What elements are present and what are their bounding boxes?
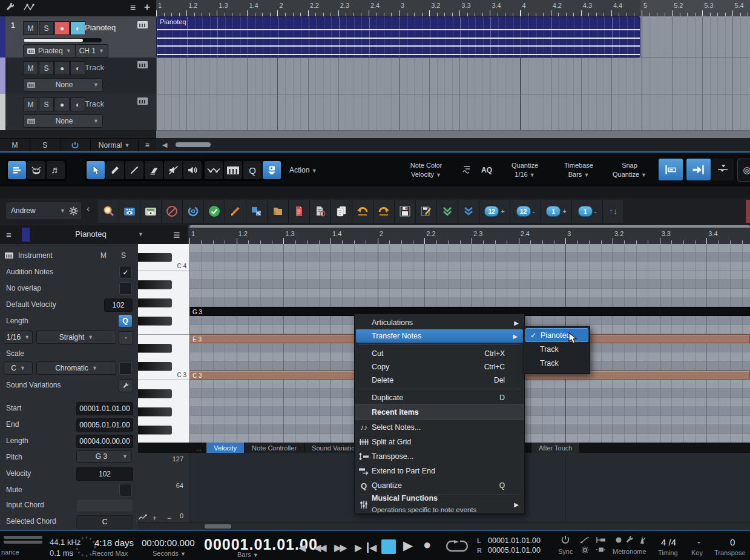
pitch-dropdown[interactable]: G 3▼	[76, 450, 132, 463]
show-events-icon[interactable]	[119, 200, 140, 223]
end-field[interactable]: 00005.01.01.00	[76, 418, 133, 432]
piano-key-black[interactable]	[138, 362, 172, 371]
piano-key-black[interactable]	[138, 280, 172, 289]
instrument-editor-icon[interactable]	[137, 21, 148, 28]
global-solo-button[interactable]: S	[30, 139, 61, 152]
zoom-in-icon[interactable]: +	[153, 514, 157, 522]
metronome-icon[interactable]	[638, 536, 646, 544]
velocity-curve-icon[interactable]	[205, 161, 223, 179]
aq-button[interactable]: AQ	[481, 166, 492, 174]
quantize-dropdown[interactable]: Quantize 1/16 ▼	[505, 161, 544, 180]
collapse-chevrons-icon[interactable]	[458, 200, 479, 223]
swing-dropdown[interactable]: Straight▼	[36, 331, 116, 344]
paint-quantize-button[interactable]	[263, 161, 281, 179]
automation-curve-icon[interactable]	[23, 2, 36, 12]
instrument-select[interactable]: Piaoteq▼	[23, 44, 76, 58]
play-button[interactable]: ▶	[403, 538, 413, 553]
transpose-value[interactable]: 0	[730, 537, 735, 547]
mute-tool-button[interactable]	[164, 161, 182, 179]
arrange-hscroll[interactable]: ◀	[156, 138, 750, 151]
loop-start-value[interactable]: 00001.01.01.00	[488, 536, 541, 545]
editor-hscroll-thumb[interactable]	[205, 524, 231, 529]
secondary-time[interactable]: 00:00:00.000	[142, 538, 195, 548]
click-dot-icon[interactable]	[615, 536, 622, 544]
audition-notes-checkbox[interactable]: ✓	[119, 266, 132, 278]
part-select-arrow[interactable]: ▼	[138, 231, 143, 237]
zoom-out-icon[interactable]: −	[167, 514, 171, 522]
action-dropdown[interactable]: Action ▼	[289, 166, 317, 174]
inspector-solo[interactable]: S	[121, 251, 126, 260]
redo-icon[interactable]	[373, 200, 395, 223]
loop-end-value[interactable]: 00005.01.01.00	[488, 546, 541, 555]
record-arm-button[interactable]: ●	[54, 61, 70, 75]
menu-item-duplicate[interactable]: DuplicateD	[355, 391, 524, 404]
vertical-zoom-button[interactable]	[712, 159, 734, 180]
sort-updown-icon[interactable]: ↑↓	[603, 200, 624, 223]
snap-mode-dropdown[interactable]: Snap Quantize ▼	[607, 161, 653, 180]
menu-item-split-at-grid[interactable]: Split at Grid	[355, 435, 524, 449]
eraser-tool-button[interactable]	[145, 161, 163, 179]
no-overlap-checkbox[interactable]	[119, 282, 132, 295]
mute-button[interactable]: M	[23, 21, 38, 35]
editor-menu-icon[interactable]: ≡	[6, 229, 12, 240]
auto-fade-icon[interactable]	[580, 536, 590, 544]
folder-icon[interactable]	[268, 200, 289, 223]
counter-12-minus[interactable]: 12-	[510, 200, 541, 223]
tab-velocity[interactable]: Velocity	[206, 443, 245, 453]
show-parts-icon[interactable]	[140, 200, 162, 223]
grid-value-dropdown[interactable]: 1/16▼	[4, 331, 33, 344]
transform-icon[interactable]	[246, 200, 268, 223]
start-field[interactable]: 00001.01.01.00	[76, 402, 133, 415]
scale-snap-checkbox[interactable]	[119, 362, 132, 375]
record-arm-button[interactable]: ●	[54, 21, 70, 35]
footer-menu-icon[interactable]: ≡	[139, 139, 156, 152]
add-track-icon[interactable]: +	[144, 1, 150, 13]
menu-item-articulations[interactable]: Articulations▶	[355, 316, 524, 329]
channel-select[interactable]: CH 1▼	[76, 44, 108, 58]
piano-key-black[interactable]	[138, 317, 172, 326]
stop-button[interactable]	[381, 539, 396, 554]
performance-label[interactable]: nance	[1, 548, 19, 556]
record-arm-button[interactable]: ●	[54, 97, 70, 111]
curve-mode-icon[interactable]	[138, 514, 148, 521]
scale-root-dropdown[interactable]: C▼	[4, 361, 33, 375]
monitor-button[interactable]: ◐	[70, 97, 85, 111]
instrument-select[interactable]: None▼	[23, 114, 103, 128]
metronome-wrench-icon[interactable]	[626, 536, 634, 544]
instrument-editor-icon[interactable]	[137, 97, 148, 105]
loop-button[interactable]	[446, 540, 469, 552]
piano-key-black[interactable]	[138, 426, 172, 435]
paint-tool-button[interactable]	[106, 161, 124, 179]
forward-button[interactable]: ▶▶	[334, 542, 346, 553]
timebase-dropdown[interactable]: Timebase Bars ▼	[557, 161, 600, 180]
menu-item-delete[interactable]: DeleteDel	[355, 374, 524, 387]
track-list-menu-icon[interactable]: ≡	[130, 2, 136, 13]
piano-key-black[interactable]	[138, 407, 172, 417]
record-button[interactable]: ●	[423, 537, 431, 553]
menu-item-cut[interactable]: CutCtrl+X	[355, 347, 524, 360]
collapse-toolbar-icon[interactable]: ‹	[87, 203, 90, 214]
default-velocity-field[interactable]: 102	[104, 298, 133, 312]
nudge-forward-button[interactable]: ▶	[355, 542, 360, 553]
time-signature[interactable]: 4 /4	[661, 537, 676, 547]
monitor-button[interactable]: ◐	[70, 61, 85, 75]
midi-event-pianoteq[interactable]: Pianoteq	[156, 16, 640, 58]
solo-button[interactable]: S	[39, 21, 54, 35]
global-mute-button[interactable]: M	[0, 139, 30, 152]
counter-1-minus[interactable]: 1-	[572, 200, 603, 223]
doc-red-icon[interactable]	[289, 200, 310, 223]
editor-ruler[interactable]: 11.21.31.422.22.32.433.23.33.4	[189, 225, 750, 245]
secondary-unit-dropdown[interactable]: Seconds ▼	[153, 550, 186, 557]
automation-mode-select[interactable]: Normal▼	[91, 139, 139, 152]
track-row-2[interactable]: M S ● ◐ Track None▼	[0, 58, 156, 94]
detach-editor-button[interactable]: ◎	[737, 159, 750, 182]
submenu-item-pianoteq[interactable]: ✓Pianoteq	[525, 328, 588, 342]
import-down-icon[interactable]	[437, 200, 458, 223]
menu-item-transpose[interactable]: Transpose...	[355, 449, 524, 464]
scroll-left-icon[interactable]: ◀	[162, 141, 167, 149]
piano-view-button[interactable]	[8, 161, 26, 179]
line-tool-button[interactable]	[125, 161, 143, 179]
doc-export-icon[interactable]	[310, 200, 331, 223]
check-circle-icon[interactable]	[204, 200, 225, 223]
solo-button[interactable]: S	[39, 97, 54, 111]
